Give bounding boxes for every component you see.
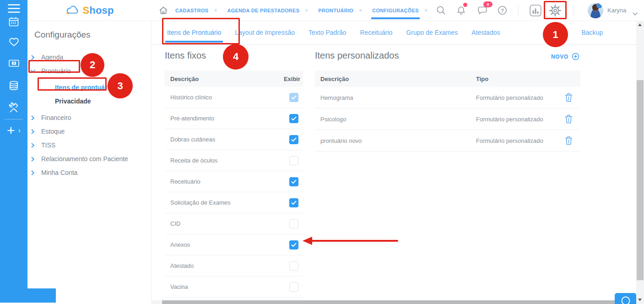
tab-close-icon[interactable]: ×	[214, 8, 217, 13]
help-icon[interactable]: ?	[498, 0, 507, 21]
tab-close-icon[interactable]: ×	[305, 8, 308, 13]
chevron-down-icon[interactable]	[633, 9, 638, 17]
horizontal-scrollbar	[151, 300, 636, 304]
exibir-checkbox[interactable]	[289, 156, 298, 165]
chat-widget-button[interactable]	[615, 293, 636, 304]
item-label: Dobras cutâneas	[170, 136, 215, 143]
sidebar-item-label: Privacidade	[55, 98, 91, 105]
column-descricao: Descrição	[170, 76, 199, 82]
messages-icon[interactable]: 0	[477, 0, 487, 21]
exibir-checkbox[interactable]	[289, 93, 298, 102]
custom-items-table: Descrição Tipo HemogramaFormulário perso…	[315, 71, 580, 152]
tab-close-icon[interactable]: ×	[359, 8, 362, 13]
home-icon[interactable]	[159, 6, 168, 16]
item-label: Receituário	[170, 178, 200, 185]
chevron-down-icon	[31, 69, 37, 74]
settings-tab-backup[interactable]: Backup	[581, 21, 603, 44]
sidebar-item-estoque[interactable]: Estoque	[27, 125, 151, 138]
workspace-tabs: CADASTROS×AGENDA DE PRESTADORES×PRONTUÁR…	[175, 0, 428, 21]
settings-tab-receitu-rio[interactable]: Receituário	[360, 21, 393, 44]
reports-icon[interactable]	[530, 0, 541, 21]
user-name[interactable]: Karyna	[607, 7, 626, 14]
table-row-dobras-cut-neas: Dobras cutâneas	[165, 129, 303, 150]
chevron-right-icon: ›	[18, 127, 21, 134]
workspace-tab-agenda-de-prestadores[interactable]: AGENDA DE PRESTADORES×	[227, 8, 308, 13]
settings-tab-texto-padr-o[interactable]: Texto Padrão	[308, 21, 346, 44]
tools-icon[interactable]	[0, 103, 27, 113]
header-divider	[518, 5, 519, 16]
settings-tab-atestados[interactable]: Atestados	[471, 21, 500, 44]
workspace-tab-prontu-rio[interactable]: PRONTUÁRIO×	[318, 8, 362, 13]
logo-text: Shosp	[82, 5, 114, 16]
database-icon[interactable]	[0, 81, 27, 91]
shosp-logo[interactable]: Shosp	[27, 0, 151, 21]
table-row-cid: CID	[165, 213, 303, 234]
fixed-items-title: Itens fixos	[165, 50, 206, 61]
user-avatar[interactable]	[588, 3, 603, 18]
settings-tabs: Itens de ProntuárioLayout de ImpressãoTe…	[151, 21, 636, 45]
exibir-checkbox[interactable]	[289, 240, 298, 250]
item-type: Formulário personalizado	[476, 116, 565, 123]
settings-content: Itens fixos Descrição Exibir Histórico c…	[151, 45, 636, 300]
sidebar-item-label: Estoque	[41, 128, 65, 135]
search-icon[interactable]	[436, 0, 446, 21]
settings-tab-r[interactable]: r	[514, 21, 568, 44]
scroll-down-arrow[interactable]	[638, 299, 642, 301]
chat-bubble-icon	[620, 295, 632, 304]
delete-button[interactable]	[565, 93, 580, 102]
scroll-up-arrow[interactable]	[638, 23, 642, 26]
vertical-scroll-thumb[interactable]	[637, 80, 644, 280]
gear-icon[interactable]	[549, 0, 562, 21]
settings-tab-layout-de-impress-o[interactable]: Layout de Impressão	[235, 21, 295, 44]
rail-add-button[interactable]: + ›	[0, 122, 27, 139]
chevron-right-icon	[31, 129, 37, 134]
sidebar-item-minha-conta[interactable]: Minha Conta	[27, 166, 151, 179]
item-label: Pré-atendimento	[170, 115, 214, 122]
cash-icon[interactable]: S	[0, 60, 27, 67]
workspace-tab-label: CONFIGURAÇÕES	[372, 8, 419, 13]
sidebar-item-prontu-rio[interactable]: Prontuário	[27, 64, 151, 78]
workspace-tab-configura-es[interactable]: CONFIGURAÇÕES×	[372, 8, 428, 13]
workspace-tab-cadastros[interactable]: CADASTROS×	[175, 8, 217, 13]
heart-icon[interactable]	[0, 37, 27, 47]
sidebar-item-relacionamento-com-paciente[interactable]: Relacionamento com Paciente	[27, 152, 151, 166]
sidebar-item-agenda[interactable]: Agenda	[27, 50, 151, 64]
fixed-items-table: Descrição Exibir Histórico clínicoPré-at…	[165, 71, 303, 300]
sidebar-item-itens-de-prontu-rio[interactable]: Itens de prontuário	[27, 81, 151, 94]
exibir-checkbox[interactable]	[289, 198, 298, 207]
exibir-checkbox[interactable]	[289, 261, 298, 271]
svg-text:S: S	[13, 61, 15, 65]
sidebar-heading: Configurações	[34, 30, 91, 40]
rail-bottom-widget[interactable]	[0, 288, 56, 303]
item-name: Psicologo	[320, 116, 476, 123]
exibir-checkbox[interactable]	[289, 135, 298, 144]
exibir-checkbox[interactable]	[289, 114, 298, 123]
sidebar-item-label: Prontuário	[41, 67, 71, 75]
horizontal-scroll-thumb[interactable]	[162, 300, 636, 304]
fixed-items-rows: Histórico clínicoPré-atendimentoDobras c…	[165, 87, 303, 300]
table-row-receitu-rio: Receituário	[165, 171, 303, 192]
sidebar-item-financeiro[interactable]: Financeiro	[27, 111, 151, 125]
item-name: prontuário novo	[320, 137, 476, 144]
exibir-checkbox[interactable]	[289, 282, 298, 292]
chevron-right-icon	[31, 157, 37, 162]
exibir-checkbox[interactable]	[289, 219, 298, 228]
calendar-icon[interactable]	[0, 17, 27, 27]
table-row-prontu-rio-novo: prontuário novoFormulário personalizado	[315, 130, 580, 152]
settings-tab-grupo-de-exames[interactable]: Grupo de Exames	[406, 21, 458, 44]
notifications-bell-icon[interactable]	[456, 0, 466, 21]
delete-button[interactable]	[565, 114, 580, 124]
workspace-tab-label: CADASTROS	[175, 8, 208, 13]
exibir-checkbox[interactable]	[289, 177, 298, 186]
notification-badge	[463, 3, 467, 7]
delete-button[interactable]	[565, 136, 580, 145]
settings-tab-itens-de-prontu-rio[interactable]: Itens de Prontuário	[167, 21, 221, 44]
tab-close-icon[interactable]: ×	[424, 8, 428, 13]
sidebar-item-label: Relacionamento com Paciente	[41, 155, 128, 163]
sidebar-item-privacidade[interactable]: Privacidade	[27, 94, 151, 108]
sidebar-item-tiss[interactable]: TISS	[27, 138, 151, 152]
column-tipo: Tipo	[476, 76, 565, 82]
hamburger-menu-icon[interactable]	[0, 4, 27, 13]
new-item-button[interactable]: NOVO	[551, 53, 579, 60]
item-label: Atestado	[170, 262, 194, 269]
